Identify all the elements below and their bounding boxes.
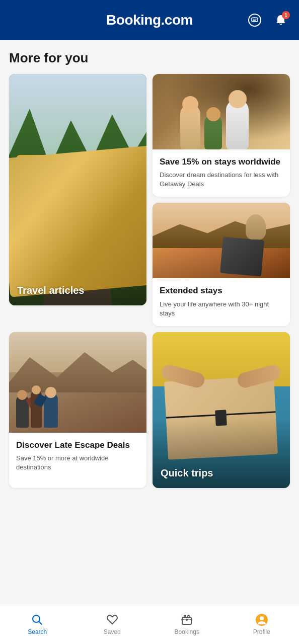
search-nav-label: Search — [28, 628, 47, 635]
card-late-escape[interactable]: Discover Late Escape Deals Save 15% or m… — [9, 332, 146, 488]
app-header: Booking.com 1 — [0, 0, 299, 40]
nav-saved[interactable]: Saved — [75, 610, 150, 638]
svg-line-4 — [39, 621, 42, 624]
late-escape-body: Discover Late Escape Deals Save 15% or m… — [9, 433, 146, 480]
late-escape-title: Discover Late Escape Deals — [16, 440, 139, 451]
app-logo: Booking.com — [106, 12, 193, 28]
nav-bookings[interactable]: Bookings — [150, 610, 225, 638]
travel-articles-label: Travel articles — [17, 285, 84, 296]
save-15-desc: Discover dream destinations for less wit… — [160, 171, 283, 189]
profile-nav-label: Profile — [253, 628, 270, 635]
notifications-button[interactable]: 1 — [272, 11, 290, 29]
card-quick-trips[interactable]: Quick trips — [153, 332, 290, 488]
bookings-nav-icon — [180, 613, 193, 626]
extended-stays-desc: Live your life anywhere with 30+ night s… — [160, 300, 283, 318]
saved-nav-icon — [106, 613, 119, 626]
save-15-body: Save 15% on stays worldwide Discover dre… — [153, 149, 290, 197]
extended-stays-title: Extended stays — [160, 285, 283, 296]
main-content: More for you — [0, 40, 299, 538]
nav-profile[interactable]: Profile — [225, 610, 300, 638]
extended-stays-body: Extended stays Live your life anywhere w… — [153, 278, 290, 326]
messages-button[interactable] — [246, 11, 264, 29]
card-save-15[interactable]: Save 15% on stays worldwide Discover dre… — [153, 74, 290, 197]
svg-point-8 — [260, 616, 264, 620]
nav-search[interactable]: Search — [0, 610, 75, 638]
section-title: More for you — [9, 50, 290, 66]
svg-point-6 — [186, 619, 188, 621]
late-escape-desc: Save 15% or more at worldwide destinatio… — [16, 454, 139, 472]
bookings-nav-label: Bookings — [175, 628, 199, 635]
header-actions: 1 — [246, 11, 290, 29]
bottom-navigation: Search Saved Bookings — [0, 604, 299, 644]
chat-icon — [248, 13, 262, 27]
profile-nav-icon — [255, 613, 268, 626]
card-travel-articles[interactable]: Travel articles — [9, 74, 146, 305]
notification-count: 1 — [282, 11, 290, 19]
saved-nav-label: Saved — [104, 628, 121, 635]
save-15-title: Save 15% on stays worldwide — [160, 156, 283, 168]
search-nav-icon — [31, 613, 44, 626]
quick-trips-label: Quick trips — [161, 467, 213, 479]
card-extended-stays[interactable]: Extended stays Live your life anywhere w… — [153, 203, 290, 326]
